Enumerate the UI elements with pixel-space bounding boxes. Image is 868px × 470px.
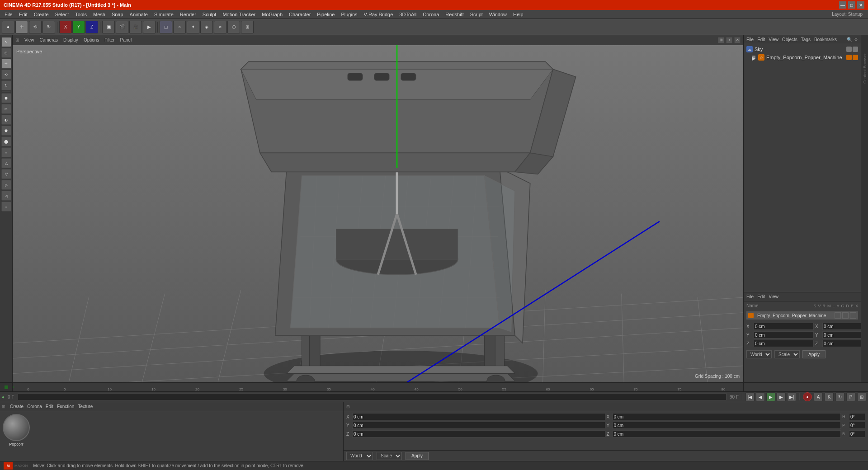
- popcorn-vis-btn[interactable]: [846, 55, 852, 60]
- viewport-display[interactable]: Display: [63, 38, 78, 42]
- tool-pointer[interactable]: ↖: [1, 37, 11, 47]
- z-position-input[interactable]: [352, 430, 605, 437]
- viewport-panel[interactable]: Panel: [120, 38, 132, 42]
- toolbar-cam[interactable]: ◈: [200, 21, 213, 33]
- toolbar-sphere[interactable]: ○: [173, 21, 186, 33]
- menu-corona[interactable]: Corona: [420, 11, 442, 18]
- menu-character[interactable]: Character: [286, 11, 313, 18]
- scale-coord-dropdown[interactable]: Scale: [377, 452, 402, 460]
- viewport-filter[interactable]: Filter: [104, 38, 114, 42]
- mat-function[interactable]: Function: [57, 404, 74, 409]
- popcorn-render-btn[interactable]: [853, 55, 858, 60]
- minimize-button[interactable]: —: [839, 1, 846, 9]
- am-view[interactable]: View: [769, 294, 778, 299]
- mat-edit[interactable]: Edit: [46, 404, 53, 409]
- b-angle-input[interactable]: [849, 430, 865, 437]
- viewport-3d[interactable]: Perspective: [13, 45, 743, 382]
- toolbar-render-region[interactable]: ▣: [102, 21, 115, 33]
- goto-start-btn[interactable]: |◀: [745, 392, 755, 401]
- menu-script[interactable]: Script: [467, 11, 486, 18]
- sky-render-btn[interactable]: [853, 47, 858, 52]
- obj-ctrl-1[interactable]: [835, 312, 841, 319]
- om-view[interactable]: View: [769, 37, 778, 42]
- toolbar-mograph[interactable]: ⊞: [241, 21, 254, 33]
- selected-obj-row[interactable]: Empty_Popcorn_Popper_Machine: [746, 311, 858, 320]
- coord-y-input[interactable]: [754, 331, 814, 338]
- om-bookmarks[interactable]: Bookmarks: [814, 37, 837, 42]
- toolbar-render[interactable]: 🎬: [116, 21, 128, 33]
- mat-create[interactable]: Create: [10, 404, 24, 409]
- y-position-input[interactable]: [352, 422, 605, 429]
- world-coord-dropdown[interactable]: World Local Object: [346, 452, 373, 460]
- menu-simulate[interactable]: Simulate: [151, 11, 176, 18]
- mat-texture[interactable]: Texture: [78, 404, 93, 409]
- tool-tweak[interactable]: ⬟: [1, 93, 11, 103]
- key-btn[interactable]: K: [825, 392, 834, 401]
- next-frame-btn[interactable]: ▶: [777, 392, 786, 401]
- p-angle-input[interactable]: [849, 422, 865, 429]
- toolbar-move[interactable]: ✛: [15, 21, 28, 33]
- tool-polygon[interactable]: ◁: [1, 191, 11, 201]
- p-rot-input[interactable]: [613, 422, 841, 429]
- menu-render[interactable]: Render: [177, 11, 199, 18]
- sync-btn[interactable]: ⊞: [857, 392, 866, 401]
- menu-window[interactable]: Window: [486, 11, 509, 18]
- playback-options[interactable]: P: [846, 392, 855, 401]
- tool-paint[interactable]: ⬦: [1, 202, 11, 212]
- menu-help[interactable]: Help: [510, 11, 526, 18]
- tool-rotate[interactable]: ↻: [1, 80, 11, 90]
- viewport-maximize[interactable]: ↕: [726, 37, 732, 43]
- world-dropdown[interactable]: World Local: [746, 350, 772, 358]
- loop-btn[interactable]: ↻: [835, 392, 844, 401]
- menu-select[interactable]: Select: [52, 11, 72, 18]
- toolbar-render3[interactable]: ▶: [143, 21, 156, 33]
- x-position-input[interactable]: [352, 413, 605, 420]
- scale-dropdown[interactable]: Scale: [774, 350, 800, 358]
- menu-sculpt[interactable]: Sculpt: [200, 11, 219, 18]
- menu-mograph[interactable]: MoGraph: [259, 11, 285, 18]
- frame-scrubber[interactable]: [18, 393, 726, 400]
- viewport-close[interactable]: ✕: [734, 37, 741, 43]
- toolbar-spline[interactable]: ≈: [214, 21, 226, 33]
- tool-scale[interactable]: ⟲: [1, 70, 11, 80]
- b-rot-input[interactable]: [613, 430, 841, 437]
- menu-snap[interactable]: Snap: [109, 11, 126, 18]
- om-file[interactable]: File: [746, 37, 754, 42]
- menu-motion-tracker[interactable]: Motion Tracker: [220, 11, 258, 18]
- am-file[interactable]: File: [746, 294, 754, 299]
- tool-mirror[interactable]: ⬣: [1, 126, 11, 136]
- om-tags[interactable]: Tags: [801, 37, 811, 42]
- toolbar-rotate[interactable]: ↻: [42, 21, 55, 33]
- menu-vray[interactable]: V-Ray Bridge: [361, 11, 396, 18]
- coord-x-input[interactable]: [754, 323, 814, 330]
- prev-frame-btn[interactable]: ◀: [756, 392, 765, 401]
- menu-plugins[interactable]: Plugins: [338, 11, 360, 18]
- mat-expand-icon[interactable]: ⊞: [2, 404, 5, 409]
- toolbar-render2[interactable]: 🎥: [129, 21, 142, 33]
- menu-pipeline[interactable]: Pipeline: [314, 11, 337, 18]
- play-btn[interactable]: ▶: [766, 392, 775, 401]
- om-gear-icon[interactable]: ⚙: [854, 37, 858, 42]
- menu-create[interactable]: Create: [31, 11, 52, 18]
- tool-knife[interactable]: ✂: [1, 104, 11, 114]
- toolbar-light[interactable]: ✦: [187, 21, 199, 33]
- mat-corona[interactable]: Corona: [27, 404, 42, 409]
- toolbar-y-btn[interactable]: Y: [72, 21, 85, 33]
- viewport-cameras[interactable]: Cameras: [40, 38, 58, 42]
- menu-3dtoall[interactable]: 3DToAll: [396, 11, 419, 18]
- menu-mesh[interactable]: Mesh: [90, 11, 108, 18]
- toolbar-scale[interactable]: ⟲: [29, 21, 42, 33]
- timeline-track[interactable]: 0 5 10 15 20 25 30 35 40 45 50 55 60 65 …: [13, 383, 743, 391]
- toolbar-x-btn[interactable]: X: [59, 21, 72, 33]
- obj-ctrl-2[interactable]: [842, 312, 849, 319]
- menu-file[interactable]: File: [2, 11, 15, 18]
- material-slot[interactable]: Popcorr: [3, 414, 30, 446]
- toolbar-deform[interactable]: ⬡: [227, 21, 240, 33]
- object-row-popcorn[interactable]: ▶ ◇ Empty_Popcorn_Popper_Machine: [745, 53, 860, 61]
- sky-vis-btn[interactable]: [846, 47, 852, 52]
- obj-ctrl-3[interactable]: [850, 312, 856, 319]
- menu-animate[interactable]: Animate: [127, 11, 151, 18]
- expand-icon[interactable]: ▶: [752, 56, 755, 59]
- menu-edit[interactable]: Edit: [16, 11, 30, 18]
- viewport-options[interactable]: Options: [84, 38, 99, 42]
